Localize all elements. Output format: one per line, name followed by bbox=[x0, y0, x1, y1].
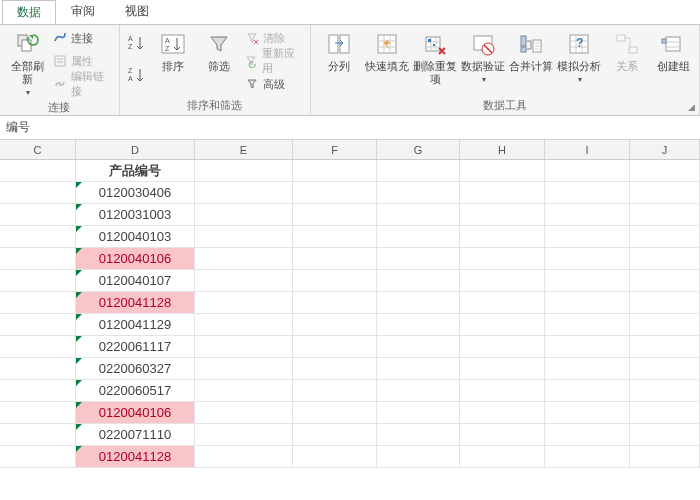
cell[interactable]: 0120040103 bbox=[76, 226, 195, 247]
relations-button[interactable]: 关系 bbox=[605, 28, 649, 73]
cell[interactable] bbox=[195, 204, 293, 225]
cell[interactable] bbox=[377, 248, 460, 269]
cell[interactable] bbox=[545, 358, 630, 379]
cell[interactable] bbox=[377, 424, 460, 445]
cell[interactable] bbox=[377, 182, 460, 203]
cell[interactable] bbox=[630, 226, 700, 247]
cell[interactable] bbox=[545, 270, 630, 291]
cell[interactable] bbox=[0, 248, 76, 269]
cell[interactable] bbox=[460, 292, 545, 313]
properties-button[interactable]: 属性 bbox=[52, 51, 113, 71]
cell[interactable] bbox=[630, 402, 700, 423]
reapply-button[interactable]: 重新应用 bbox=[244, 51, 304, 71]
cell[interactable] bbox=[195, 314, 293, 335]
cell[interactable] bbox=[630, 292, 700, 313]
cell[interactable] bbox=[460, 270, 545, 291]
cell[interactable] bbox=[630, 204, 700, 225]
cell[interactable] bbox=[293, 292, 377, 313]
cell[interactable] bbox=[293, 204, 377, 225]
cell[interactable] bbox=[0, 226, 76, 247]
cell[interactable] bbox=[195, 446, 293, 467]
consolidate-button[interactable]: 合并计算 bbox=[509, 28, 553, 73]
cell[interactable] bbox=[545, 424, 630, 445]
cell[interactable] bbox=[630, 380, 700, 401]
cell[interactable] bbox=[460, 446, 545, 467]
formula-bar[interactable]: 编号 bbox=[0, 116, 700, 140]
cell[interactable] bbox=[377, 270, 460, 291]
cell[interactable] bbox=[460, 226, 545, 247]
cell[interactable]: 0120041128 bbox=[76, 446, 195, 467]
cell[interactable] bbox=[545, 226, 630, 247]
cell[interactable] bbox=[195, 182, 293, 203]
cell[interactable] bbox=[0, 424, 76, 445]
cell[interactable] bbox=[545, 314, 630, 335]
sort-button[interactable]: AZ 排序 bbox=[152, 28, 194, 73]
cell[interactable] bbox=[460, 314, 545, 335]
cell[interactable] bbox=[195, 402, 293, 423]
cell[interactable]: 0120030406 bbox=[76, 182, 195, 203]
cell[interactable] bbox=[630, 182, 700, 203]
sort-desc-button[interactable]: ZA bbox=[126, 62, 148, 88]
cell[interactable] bbox=[545, 292, 630, 313]
cell[interactable] bbox=[0, 204, 76, 225]
cell[interactable] bbox=[293, 248, 377, 269]
whatif-button[interactable]: ? 模拟分析 ▾ bbox=[557, 28, 601, 85]
cell[interactable]: 0120041129 bbox=[76, 314, 195, 335]
cell[interactable] bbox=[195, 248, 293, 269]
cell[interactable]: 0120031003 bbox=[76, 204, 195, 225]
cell[interactable] bbox=[630, 248, 700, 269]
cell[interactable] bbox=[293, 270, 377, 291]
cell[interactable] bbox=[195, 358, 293, 379]
sort-asc-button[interactable]: AZ bbox=[126, 30, 148, 56]
cell[interactable]: 0220061117 bbox=[76, 336, 195, 357]
dialog-launcher-icon[interactable]: ◢ bbox=[685, 101, 697, 113]
cell[interactable] bbox=[630, 336, 700, 357]
cell[interactable] bbox=[195, 226, 293, 247]
tab-view[interactable]: 视图 bbox=[110, 0, 164, 24]
cell[interactable] bbox=[293, 182, 377, 203]
cell[interactable] bbox=[630, 446, 700, 467]
create-group-button[interactable]: 创建组 bbox=[653, 28, 693, 73]
cell[interactable] bbox=[545, 446, 630, 467]
cell[interactable] bbox=[630, 270, 700, 291]
refresh-all-button[interactable]: 全部刷新 ▾ bbox=[6, 28, 48, 98]
cell[interactable] bbox=[293, 160, 377, 181]
col-header[interactable]: D bbox=[76, 140, 195, 159]
data-validation-button[interactable]: 数据验证 ▾ bbox=[461, 28, 505, 85]
cell[interactable] bbox=[293, 446, 377, 467]
col-header[interactable]: G bbox=[377, 140, 460, 159]
cell[interactable] bbox=[460, 402, 545, 423]
cell[interactable] bbox=[460, 204, 545, 225]
cell[interactable] bbox=[460, 160, 545, 181]
cell[interactable] bbox=[0, 160, 76, 181]
col-header[interactable]: C bbox=[0, 140, 76, 159]
cell[interactable] bbox=[545, 336, 630, 357]
cell[interactable] bbox=[545, 204, 630, 225]
col-header[interactable]: E bbox=[195, 140, 293, 159]
cell[interactable] bbox=[293, 226, 377, 247]
cell[interactable] bbox=[460, 380, 545, 401]
cell[interactable] bbox=[195, 380, 293, 401]
filter-button[interactable]: 筛选 bbox=[198, 28, 240, 73]
cell[interactable]: 0120040107 bbox=[76, 270, 195, 291]
edit-links-button[interactable]: 编辑链接 bbox=[52, 74, 113, 94]
text-to-columns-button[interactable]: 分列 bbox=[317, 28, 361, 73]
clear-filter-button[interactable]: 清除 bbox=[244, 28, 304, 48]
col-header[interactable]: I bbox=[545, 140, 630, 159]
cell[interactable]: 产品编号 bbox=[76, 160, 195, 181]
cell[interactable] bbox=[630, 160, 700, 181]
cell[interactable] bbox=[377, 446, 460, 467]
cell[interactable] bbox=[377, 402, 460, 423]
tab-review[interactable]: 审阅 bbox=[56, 0, 110, 24]
advanced-filter-button[interactable]: 高级 bbox=[244, 74, 304, 94]
cell[interactable] bbox=[293, 424, 377, 445]
cell[interactable] bbox=[460, 424, 545, 445]
cell[interactable] bbox=[460, 182, 545, 203]
cell[interactable] bbox=[377, 380, 460, 401]
cell[interactable] bbox=[195, 424, 293, 445]
cell[interactable] bbox=[377, 204, 460, 225]
col-header[interactable]: F bbox=[293, 140, 377, 159]
cell[interactable] bbox=[630, 424, 700, 445]
col-header[interactable]: H bbox=[460, 140, 545, 159]
cell[interactable] bbox=[460, 248, 545, 269]
